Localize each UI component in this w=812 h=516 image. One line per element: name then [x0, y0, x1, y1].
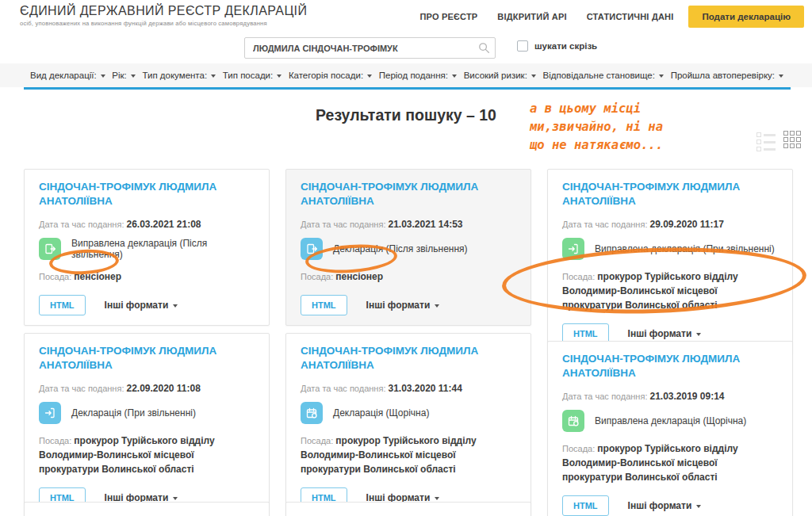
filter-year[interactable]: Рік: — [112, 71, 135, 80]
submit-declaration-button[interactable]: Подати декларацію — [688, 6, 804, 28]
nav-open-api[interactable]: ВІДКРИТИЙ API — [492, 9, 571, 25]
filter-bar: Вид декларації: Рік: Тип документа: Тип … — [0, 63, 812, 87]
declaration-type-label: Виправлена декларація (Щорічна) — [595, 415, 746, 426]
position-label: Посада: — [562, 444, 595, 453]
site-subtitle: осіб, уповноважених на виконання функцій… — [20, 20, 307, 27]
submission-date-row: Дата та час подання:21.03.2021 14:53 — [301, 219, 516, 230]
html-format-button[interactable]: HTML — [39, 295, 86, 315]
search-input[interactable] — [244, 37, 496, 59]
chevron-down-icon — [435, 497, 439, 500]
declaration-name-link[interactable]: СІНДОЧАН-ТРОФІМУК ЛЮДМИЛА АНАТОЛІЇВНА — [562, 352, 778, 380]
top-nav: ПРО РЕЄСТР ВІДКРИТИЙ API СТАТИСТИЧНІ ДАН… — [415, 0, 804, 33]
calendar-icon — [301, 402, 323, 424]
site-logo[interactable]: ЄДИНИЙ ДЕРЖАВНИЙ РЕЄСТР ДЕКЛАРАЦІЙ осіб,… — [20, 4, 307, 27]
declaration-name-link[interactable]: СІНДОЧАН-ТРОФІМУК ЛЮДМИЛА АНАТОЛІЇВНА — [39, 344, 255, 373]
declaration-type-row: Виправлена декларація (При звільненні) — [562, 238, 778, 260]
nav-statistics[interactable]: СТАТИСТИЧНІ ДАНІ — [582, 9, 679, 25]
declaration-name-link[interactable]: СІНДОЧАН-ТРОФІМУК ЛЮДМИЛА АНАТОЛІЇВНА — [39, 513, 255, 516]
search-box — [244, 37, 496, 59]
declaration-card: СІНДОЧАН-ТРОФІМУК ЛЮДМИЛА АНАТОЛІЇВНА Да… — [547, 341, 793, 516]
other-formats-dropdown[interactable]: Інші формати — [628, 328, 702, 339]
submission-date-row: Дата та час подання:21.03.2019 09:14 — [562, 391, 778, 402]
declaration-type-row: Декларація (Після звільнення) — [301, 238, 516, 260]
declaration-card: СІНДОЧАН-ТРОФІМУК ЛЮДМИЛА АНАТОЛІЇВНА — [24, 502, 270, 516]
filter-responsible-position[interactable]: Відповідальне становище: — [543, 71, 664, 80]
date-value: 21.03.2019 09:14 — [649, 391, 724, 402]
annotation-line: що не натякаємо... — [530, 136, 752, 155]
filter-submission-period[interactable]: Період подання: — [379, 71, 457, 80]
chevron-down-icon — [779, 75, 783, 78]
declaration-card: СІНДОЧАН-ТРОФІМУК ЛЮДМИЛА АНАТОЛІЇВНА Да… — [285, 169, 531, 326]
declaration-card: СІНДОЧАН-ТРОФІМУК ЛЮДМИЛА АНАТОЛІЇВНА Да… — [24, 169, 270, 326]
chevron-down-icon — [173, 497, 178, 500]
other-formats-dropdown[interactable]: Інші формати — [366, 300, 440, 311]
declaration-name-link[interactable]: СІНДОЧАН-ТРОФІМУК ЛЮДМИЛА АНАТОЛІЇВНА — [39, 180, 255, 208]
declaration-type-row: Виправлена декларація (Щорічна) — [562, 410, 778, 432]
other-formats-dropdown[interactable]: Інші формати — [105, 300, 178, 311]
card-footer: HTML Інші формати — [562, 495, 778, 516]
date-label: Дата та час подання: — [562, 392, 647, 401]
chevron-down-icon — [531, 75, 536, 78]
declaration-name-link[interactable]: СІНДОЧАН-ТРОФІМУК ЛЮДМИЛА АНАТОЛІЇВНА — [301, 180, 516, 208]
position-label: Посада: — [39, 272, 71, 281]
card-footer: HTML Інші формати — [301, 295, 516, 315]
position-label: Посада: — [301, 436, 333, 445]
declaration-type-label: Виправлена декларація (При звільненні) — [595, 243, 775, 254]
position-row: Посада: прокурор Турійського відділу Вол… — [562, 441, 778, 484]
filter-position-category[interactable]: Категорія посади: — [289, 71, 372, 80]
date-value: 31.03.2020 11:44 — [388, 383, 462, 394]
position-row: Посада: пенсіонер — [301, 269, 516, 284]
position-row: Посада: прокурор Турійського відділу Вол… — [301, 434, 516, 476]
declaration-name-link[interactable]: СІНДОЧАН-ТРОФІМУК ЛЮДМИЛА АНАТОЛІЇВНА — [301, 344, 516, 373]
date-value: 26.03.2021 21:08 — [126, 219, 201, 230]
date-label: Дата та час подання: — [39, 220, 124, 229]
other-formats-dropdown[interactable]: Інші формати — [628, 500, 702, 511]
position-label: Посада: — [39, 436, 71, 445]
date-label: Дата та час подання: — [562, 220, 647, 229]
date-value: 21.03.2021 14:53 — [388, 219, 462, 230]
date-value: 29.09.2020 11:17 — [649, 219, 723, 230]
list-view-icon[interactable] — [756, 131, 776, 151]
submission-date-row: Дата та час подання:26.03.2021 21:08 — [39, 219, 255, 230]
position-label: Посада: — [562, 272, 595, 281]
declaration-type-row: Декларація (Щорічна) — [301, 402, 516, 424]
filter-declaration-type[interactable]: Вид декларації: — [30, 71, 105, 80]
position-row: Посада: прокурор Турійського відділу Вол… — [562, 269, 778, 312]
site-title: ЄДИНИЙ ДЕРЖАВНИЙ РЕЄСТР ДЕКЛАРАЦІЙ — [20, 4, 307, 18]
grid-view-icon[interactable] — [783, 131, 801, 148]
chevron-down-icon — [435, 304, 439, 308]
date-label: Дата та час подання: — [39, 384, 124, 393]
chevron-down-icon — [101, 75, 105, 78]
site-header: ЄДИНИЙ ДЕРЖАВНИЙ РЕЄСТР ДЕКЛАРАЦІЙ осіб,… — [0, 0, 812, 33]
search-everywhere-option[interactable]: шукати скрізь — [517, 40, 597, 52]
filter-document-type[interactable]: Тип документа: — [142, 71, 216, 80]
declaration-type-row: Виправлена декларація (Після звільнення) — [39, 238, 255, 260]
chevron-down-icon — [452, 75, 457, 78]
declaration-card: СІНДОЧАН-ТРОФІМУК ЛЮДМИЛА АНАТОЛІЇВНА Да… — [285, 333, 531, 516]
chevron-down-icon — [659, 75, 664, 78]
nav-about-registry[interactable]: ПРО РЕЄСТР — [415, 9, 482, 25]
search-icon[interactable] — [478, 42, 490, 54]
filter-position-type[interactable]: Тип посади: — [223, 71, 282, 80]
declaration-type-label: Декларація (Щорічна) — [333, 407, 429, 419]
filter-high-risk[interactable]: Високий ризик: — [464, 71, 536, 80]
date-value: 22.09.2020 11:08 — [126, 383, 200, 394]
filter-bar-underline — [24, 87, 791, 90]
search-everywhere-checkbox[interactable] — [517, 40, 528, 52]
position-value: пенсіонер — [74, 271, 121, 282]
declaration-card: СІНДОЧАН-ТРОФІМУК ЛЮДМИЛА АНАТОЛІЇВНА Да… — [24, 333, 270, 516]
search-row: шукати скрізь — [0, 36, 812, 61]
document-exit-icon — [39, 238, 61, 260]
html-format-button[interactable]: HTML — [301, 295, 347, 315]
chevron-down-icon — [131, 75, 136, 78]
calendar-icon — [562, 410, 584, 432]
document-exit-icon — [301, 238, 323, 260]
card-footer: HTML Інші формати — [39, 295, 255, 315]
declaration-type-row: Декларація (При звільненні) — [39, 402, 255, 424]
filter-passed-autocheck[interactable]: Пройшла автоперевірку: — [671, 71, 783, 80]
declaration-card: СІНДОЧАН-ТРОФІМУК ЛЮДМИЛА АНАТОЛІЇВНА Да… — [547, 169, 793, 354]
declaration-name-link[interactable]: СІНДОЧАН-ТРОФІМУК ЛЮДМИЛА АНАТОЛІЇВНА — [301, 513, 516, 516]
position-row: Посада: пенсіонер — [39, 269, 255, 284]
html-format-button[interactable]: HTML — [562, 495, 609, 516]
declaration-name-link[interactable]: СІНДОЧАН-ТРОФІМУК ЛЮДМИЛА АНАТОЛІЇВНА — [562, 180, 778, 208]
